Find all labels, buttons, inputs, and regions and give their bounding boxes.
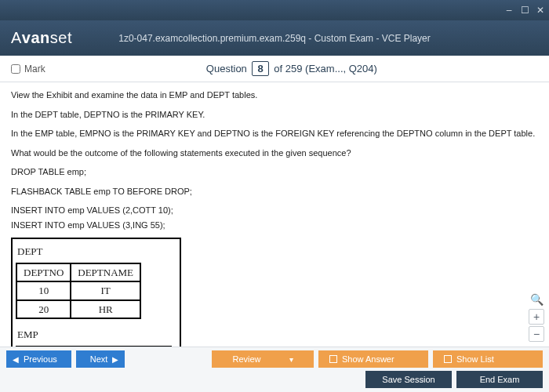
save-session-button[interactable]: Save Session — [365, 371, 452, 388]
question-text: In the EMP table, EMPNO is the PRIMARY K… — [11, 127, 538, 140]
question-text: FLASHBACK TABLE emp TO BEFORE DROP; — [11, 185, 538, 198]
previous-button[interactable]: ◀Previous — [6, 350, 71, 368]
table-header: DEPTNAME — [71, 263, 140, 282]
show-list-button[interactable]: Show List — [433, 350, 543, 368]
window-titlebar: – ☐ ✕ — [0, 0, 549, 20]
chevron-right-icon: ▶ — [112, 355, 118, 364]
question-of-text: of 259 (Exam..., Q204) — [274, 63, 377, 74]
footer-toolbar: ◀Previous Next▶ Review▾ Show Answer Show… — [0, 347, 549, 392]
checkbox-icon — [444, 355, 452, 363]
end-exam-button[interactable]: End Exam — [456, 371, 543, 388]
mark-checkbox-wrap[interactable]: Mark — [11, 64, 45, 74]
question-bar: Mark Question 8 of 259 (Exam..., Q204) — [0, 56, 549, 82]
magnifier-icon[interactable]: 🔍 — [529, 292, 544, 307]
button-label: Review — [232, 354, 260, 364]
button-label: Show Answer — [342, 354, 394, 364]
review-button[interactable]: Review▾ — [212, 350, 314, 368]
button-label: Previous — [24, 354, 57, 364]
dept-table-label: DEPT — [17, 244, 172, 260]
table-cell: 10 — [16, 281, 71, 300]
close-button[interactable]: ✕ — [535, 5, 546, 16]
question-text: DROP TABLE emp; — [11, 165, 538, 179]
app-header: Avanset 1z0-047.examcollection.premium.e… — [0, 20, 549, 56]
right-group: Review▾ Show Answer Show List — [212, 350, 543, 368]
question-content: View the Exhibit and examine the data in… — [0, 82, 549, 347]
chevron-left-icon: ◀ — [13, 355, 19, 364]
nav-group: ◀Previous Next▶ — [6, 350, 125, 368]
button-label: Show List — [456, 354, 494, 364]
checkbox-icon — [329, 355, 337, 363]
minimize-button[interactable]: – — [504, 5, 514, 16]
zoom-controls: 🔍 + − — [529, 292, 544, 342]
table-header: DEPTNO — [16, 263, 71, 282]
button-label: Next — [90, 354, 108, 364]
next-button[interactable]: Next▶ — [76, 350, 125, 368]
mark-label: Mark — [24, 64, 45, 74]
table-cell: IT — [71, 281, 140, 300]
question-scroll[interactable]: View the Exhibit and examine the data in… — [0, 82, 549, 347]
question-indicator: Question 8 of 259 (Exam..., Q204) — [45, 61, 538, 76]
exhibit-box: DEPT DEPTNODEPTNAME 10IT 20HR EMP EMPNOE… — [11, 238, 181, 347]
window-controls: – ☐ ✕ — [504, 5, 546, 16]
question-text: INSERT INTO emp VALUES (3,ING 55); — [11, 219, 538, 232]
exam-title: 1z0-047.examcollection.premium.exam.259q… — [0, 33, 549, 44]
question-text: INSERT INTO emp VALUES (2,COTT 10); — [11, 204, 538, 217]
zoom-out-button[interactable]: − — [529, 326, 544, 342]
mark-checkbox[interactable] — [11, 64, 20, 74]
question-text: View the Exhibit and examine the data in… — [11, 89, 538, 102]
question-word: Question — [206, 63, 247, 74]
table-cell: 20 — [16, 300, 71, 319]
chevron-down-icon: ▾ — [289, 355, 293, 364]
table-cell: HR — [71, 300, 140, 319]
dept-table: DEPTNODEPTNAME 10IT 20HR — [16, 263, 141, 320]
question-text: In the DEPT table, DEPTNO is the PRIMARY… — [11, 108, 538, 122]
maximize-button[interactable]: ☐ — [519, 5, 530, 16]
emp-table-label: EMP — [17, 327, 172, 343]
question-text: What would be the outcome of the followi… — [11, 147, 538, 160]
question-number: 8 — [252, 61, 268, 76]
show-answer-button[interactable]: Show Answer — [318, 350, 428, 368]
zoom-in-button[interactable]: + — [529, 309, 544, 325]
